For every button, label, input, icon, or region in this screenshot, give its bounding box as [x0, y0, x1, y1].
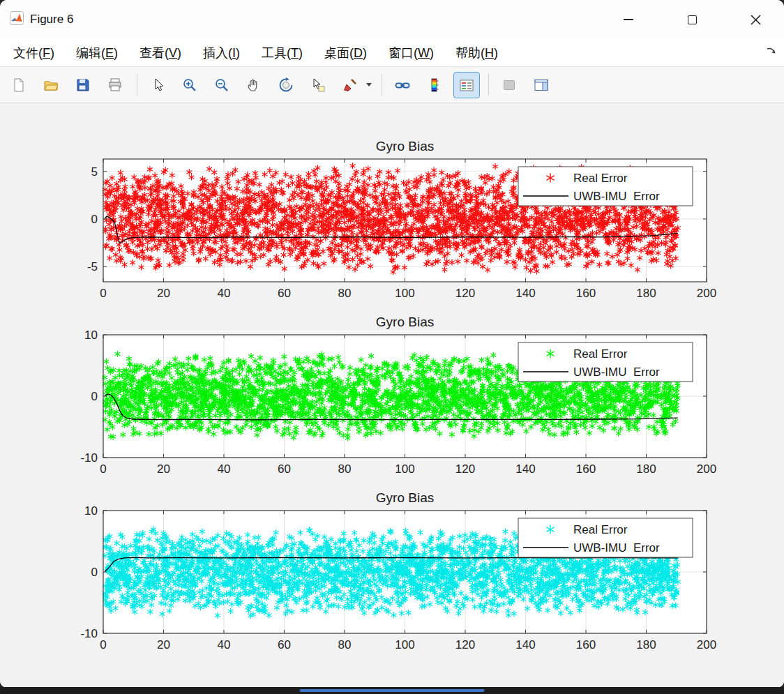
- menu-item-window[interactable]: 窗口(W): [381, 41, 442, 65]
- menu-item-help[interactable]: 帮助(H): [448, 41, 506, 65]
- svg-text:60: 60: [278, 462, 291, 476]
- svg-text:-10: -10: [80, 451, 98, 465]
- menubar: 文件(F) 编辑(E) 查看(V) 插入(I) 工具(T) 桌面(D) 窗口(W…: [0, 39, 784, 67]
- svg-text:0: 0: [100, 638, 106, 651]
- close-button[interactable]: [739, 3, 771, 36]
- svg-text:40: 40: [218, 462, 231, 476]
- svg-text:200: 200: [697, 287, 716, 300]
- svg-text:UWB-IMU Error: UWB-IMU Error: [573, 190, 660, 203]
- rotate-3d-icon: [278, 77, 294, 93]
- pan-hand-icon: [246, 77, 262, 93]
- figure-canvas: 020406080100120140160180200-505Gyro Bias…: [0, 104, 784, 688]
- svg-text:100: 100: [395, 462, 414, 476]
- titlebar: Figure 6: [0, 0, 784, 39]
- svg-text:20: 20: [157, 462, 170, 476]
- chart-gyro-bias-1[interactable]: 020406080100120140160180200-505Gyro Bias…: [0, 136, 784, 312]
- svg-text:200: 200: [697, 462, 716, 476]
- save-button[interactable]: [70, 72, 96, 98]
- hide-plot-tools-icon: [502, 77, 517, 93]
- svg-text:0: 0: [100, 287, 106, 300]
- svg-text:60: 60: [278, 638, 291, 651]
- menu-item-tools[interactable]: 工具(T): [254, 41, 310, 65]
- svg-text:140: 140: [515, 287, 535, 300]
- pan-button[interactable]: [241, 72, 267, 98]
- zoom-out-icon: [214, 77, 229, 93]
- save-icon: [75, 77, 91, 93]
- svg-text:200: 200: [697, 638, 716, 651]
- open-file-button[interactable]: [38, 72, 64, 98]
- chart-gyro-bias-2[interactable]: 020406080100120140160180200-10010Gyro Bi…: [0, 312, 784, 488]
- chart-gyro-bias-3[interactable]: 020406080100120140160180200-10010Gyro Bi…: [0, 488, 784, 663]
- svg-text:Gyro Bias: Gyro Bias: [376, 139, 434, 153]
- svg-text:UWB-IMU Error: UWB-IMU Error: [573, 541, 660, 555]
- menu-item-file[interactable]: 文件(F): [6, 41, 62, 65]
- svg-text:Real Error: Real Error: [573, 347, 628, 361]
- new-figure-button[interactable]: [6, 72, 32, 98]
- svg-text:5: 5: [91, 165, 98, 179]
- svg-text:0: 0: [91, 566, 98, 579]
- brush-button[interactable]: [337, 72, 363, 98]
- toolbar-separator: [137, 74, 137, 96]
- svg-text:80: 80: [338, 638, 352, 651]
- close-icon: [751, 15, 761, 25]
- svg-text:160: 160: [576, 287, 596, 300]
- svg-text:100: 100: [395, 638, 414, 651]
- svg-text:180: 180: [636, 287, 656, 300]
- svg-text:100: 100: [395, 287, 414, 300]
- svg-text:Gyro Bias: Gyro Bias: [376, 315, 434, 329]
- show-plot-tools-icon: [534, 77, 549, 93]
- print-icon: [107, 77, 123, 93]
- svg-text:160: 160: [576, 462, 596, 476]
- svg-text:20: 20: [157, 638, 170, 651]
- svg-text:-5: -5: [87, 260, 98, 273]
- svg-text:UWB-IMU Error: UWB-IMU Error: [573, 365, 660, 379]
- minimize-icon: [624, 19, 633, 20]
- toolbar-separator: [488, 74, 489, 96]
- maximize-button[interactable]: [676, 3, 708, 36]
- svg-text:180: 180: [636, 462, 656, 476]
- svg-text:140: 140: [515, 638, 535, 651]
- svg-text:20: 20: [157, 287, 170, 300]
- svg-text:40: 40: [218, 638, 231, 651]
- data-cursor-icon: [310, 77, 326, 93]
- show-plot-tools-button[interactable]: [528, 72, 555, 98]
- taskbar-strip: [0, 687, 784, 694]
- rotate-3d-button[interactable]: [273, 72, 299, 98]
- svg-text:10: 10: [84, 504, 98, 518]
- window-title: Figure 6: [30, 13, 73, 27]
- insert-colorbar-button[interactable]: [421, 72, 448, 98]
- matlab-logo-icon: [10, 11, 24, 28]
- svg-text:140: 140: [515, 462, 535, 476]
- zoom-in-button[interactable]: [176, 72, 203, 98]
- dock-figure-icon[interactable]: [766, 45, 777, 59]
- edit-plot-button[interactable]: [144, 72, 171, 98]
- open-file-icon: [43, 77, 59, 93]
- zoom-out-button[interactable]: [209, 72, 235, 98]
- svg-text:Real Error: Real Error: [573, 172, 628, 185]
- svg-text:0: 0: [100, 462, 106, 476]
- minimize-button[interactable]: [612, 3, 644, 36]
- data-cursor-button[interactable]: [305, 72, 331, 98]
- brush-dropdown-icon[interactable]: [366, 83, 372, 86]
- taskbar-app-indicator: [300, 689, 485, 692]
- svg-text:0: 0: [91, 213, 98, 226]
- arrow-cursor-icon: [150, 77, 165, 93]
- menu-item-view[interactable]: 查看(V): [132, 41, 189, 65]
- hide-plot-tools-button[interactable]: [496, 72, 522, 98]
- svg-text:120: 120: [455, 638, 475, 651]
- link-plot-button[interactable]: [389, 72, 416, 98]
- svg-text:120: 120: [455, 287, 475, 300]
- insert-colorbar-icon: [427, 77, 442, 93]
- menu-item-insert[interactable]: 插入(I): [195, 41, 248, 65]
- menu-item-desktop[interactable]: 桌面(D): [317, 41, 375, 65]
- toolbar-separator: [382, 74, 382, 96]
- svg-text:0: 0: [91, 390, 98, 403]
- svg-text:40: 40: [218, 287, 231, 300]
- insert-legend-icon: [459, 77, 474, 93]
- svg-text:60: 60: [278, 287, 291, 300]
- insert-legend-button[interactable]: [453, 72, 480, 98]
- svg-text:Gyro Bias: Gyro Bias: [376, 490, 434, 505]
- print-button[interactable]: [102, 72, 128, 98]
- toolbar: [0, 67, 784, 103]
- menu-item-edit[interactable]: 编辑(E): [68, 41, 126, 65]
